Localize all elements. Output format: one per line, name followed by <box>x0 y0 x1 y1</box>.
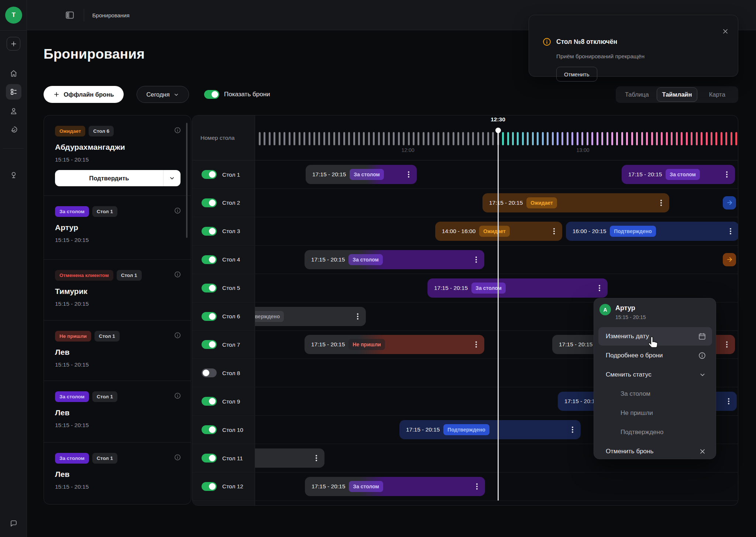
info-icon[interactable] <box>174 454 181 461</box>
booking-bar[interactable]: 17:15 - 20:15За столом <box>305 250 484 269</box>
booking-bar[interactable]: 14:00 - 16:00Ожидает <box>435 222 562 241</box>
kebab-menu-icon[interactable] <box>471 337 481 352</box>
tick <box>651 132 653 145</box>
table-toggle[interactable] <box>202 255 217 264</box>
tick <box>408 132 410 145</box>
kebab-menu-icon[interactable] <box>595 280 604 296</box>
tick <box>552 132 554 145</box>
info-icon[interactable] <box>174 392 181 399</box>
tab-map[interactable]: Карта <box>697 87 737 102</box>
confirm-dropdown-button[interactable] <box>164 170 181 186</box>
kebab-menu-icon[interactable] <box>312 450 321 466</box>
tick <box>636 132 638 145</box>
sidebar-item-history[interactable] <box>6 122 21 137</box>
sidebar-item-bookings[interactable] <box>6 84 21 100</box>
kebab-menu-icon[interactable] <box>568 422 577 437</box>
booking-card[interactable]: Отменена клиентомСтол 1Тимурик15:15 - 20… <box>44 260 191 321</box>
booking-card[interactable]: За столомСтол 1Артур15:15 - 20:15 <box>44 196 191 260</box>
booking-bar[interactable]: 16:00 - 20:15Подтверждено <box>566 222 738 241</box>
close-icon[interactable] <box>722 28 729 35</box>
sidebar-item-chat[interactable] <box>6 516 21 531</box>
tab-timeline[interactable]: Таймлайн <box>657 87 698 102</box>
plus-icon <box>53 91 60 98</box>
menu-item-label: Изменить дату <box>606 333 649 340</box>
booking-list-panel: ОжидаетСтол 6Абдурахмангаджи15:15 - 20:1… <box>44 115 191 505</box>
booking-bar[interactable]: 17:15 - 20:15За столом <box>622 165 735 184</box>
tick <box>561 132 563 145</box>
booking-bar[interactable] <box>255 448 324 468</box>
info-icon[interactable] <box>174 127 181 134</box>
kebab-menu-icon[interactable] <box>471 252 481 267</box>
table-toggle[interactable] <box>202 482 217 491</box>
booking-card[interactable]: Не пришлиСтол 1Лев15:15 - 20:15 <box>44 321 191 381</box>
tick <box>274 132 275 145</box>
kebab-menu-icon[interactable] <box>724 394 733 409</box>
sidebar-item-home[interactable] <box>6 66 21 81</box>
offline-booking-button[interactable]: Оффлайн бронь <box>44 86 124 103</box>
calendar-icon <box>698 332 706 340</box>
kebab-menu-icon[interactable] <box>722 337 732 352</box>
table-row: Стол 217:15 - 20:15Ожидает <box>192 189 738 217</box>
table-toggle[interactable] <box>202 198 217 207</box>
add-button[interactable] <box>7 37 20 51</box>
booking-bar[interactable]: 17:15 - 20:15Не пришли <box>305 335 484 354</box>
booking-bar[interactable]: Подтверждено <box>255 307 366 326</box>
kebab-menu-icon[interactable] <box>472 479 482 494</box>
breadcrumb[interactable]: Бронирования <box>92 0 130 30</box>
kebab-menu-icon[interactable] <box>404 167 413 182</box>
context-menu-guest-name: Артур <box>615 304 635 312</box>
kebab-menu-icon[interactable] <box>726 224 735 239</box>
booking-card[interactable]: ОжидаетСтол 6Абдурахмангаджи15:15 - 20:1… <box>44 115 191 196</box>
booking-bar-time: 17:15 - 20:15 <box>434 285 468 291</box>
menu-item-status-option[interactable]: Подтверждено <box>598 423 712 441</box>
show-bookings-toggle[interactable] <box>204 90 219 99</box>
tick <box>353 132 355 145</box>
table-toggle[interactable] <box>202 284 217 292</box>
table-toggle[interactable] <box>202 368 217 377</box>
tick <box>522 132 524 145</box>
menu-item-status-option[interactable]: Не пришли <box>598 404 712 422</box>
menu-item-status-option[interactable]: За столом <box>598 385 712 403</box>
booking-bar[interactable]: 17:15 - 20:15За столом <box>305 477 485 496</box>
table-toggle[interactable] <box>202 170 217 179</box>
booking-bar[interactable]: 17:15 - 20:15Ожидает <box>482 193 669 212</box>
kebab-menu-icon[interactable] <box>722 167 732 182</box>
sidebar-toggle-button[interactable] <box>65 11 75 20</box>
hour-label: 12:00 <box>401 147 414 153</box>
confirm-button[interactable]: Подтвердить <box>55 170 181 186</box>
booking-card[interactable]: За столомСтол 1Лев15:15 - 20:15 <box>44 443 191 505</box>
menu-item[interactable]: Сменить статус <box>598 365 712 384</box>
info-icon[interactable] <box>174 271 181 278</box>
table-toggle[interactable] <box>202 312 217 321</box>
sidebar-item-bar[interactable] <box>6 167 21 183</box>
scroll-to-booking-button[interactable] <box>723 196 736 209</box>
scroll-to-booking-button[interactable] <box>723 253 736 266</box>
tick <box>472 132 474 145</box>
kebab-menu-icon[interactable] <box>549 224 559 239</box>
tick <box>656 132 658 145</box>
toggle-knob <box>212 91 218 98</box>
table-toggle[interactable] <box>202 425 217 434</box>
kebab-menu-icon[interactable] <box>656 195 666 211</box>
table-toggle[interactable] <box>202 454 217 462</box>
info-icon[interactable] <box>174 207 181 214</box>
scrollbar[interactable] <box>186 123 188 238</box>
booking-card[interactable]: За столомСтол 1Лев15:15 - 20:15 <box>44 381 191 443</box>
booking-bar[interactable]: 17:15 - 20:15За столом <box>427 278 608 298</box>
tab-table[interactable]: Таблица <box>617 87 657 102</box>
info-icon[interactable] <box>174 332 181 339</box>
table-toggle[interactable] <box>202 340 217 349</box>
kebab-menu-icon[interactable] <box>353 309 362 324</box>
toast-cancel-button[interactable]: Отменить <box>556 67 597 82</box>
table-toggle[interactable] <box>202 397 217 406</box>
date-select[interactable]: Сегодня <box>137 86 189 103</box>
tick <box>611 132 613 145</box>
menu-item[interactable]: Отменить бронь <box>598 442 712 461</box>
avatar[interactable]: T <box>5 7 22 24</box>
tick <box>715 132 717 145</box>
booking-bar[interactable]: 17:15 - 20:15За столом <box>306 165 417 184</box>
booking-bar[interactable]: 17:15 - 20:15Подтверждено <box>399 420 581 439</box>
sidebar-item-guests[interactable] <box>6 103 21 119</box>
tick <box>368 132 370 145</box>
table-toggle[interactable] <box>202 227 217 236</box>
